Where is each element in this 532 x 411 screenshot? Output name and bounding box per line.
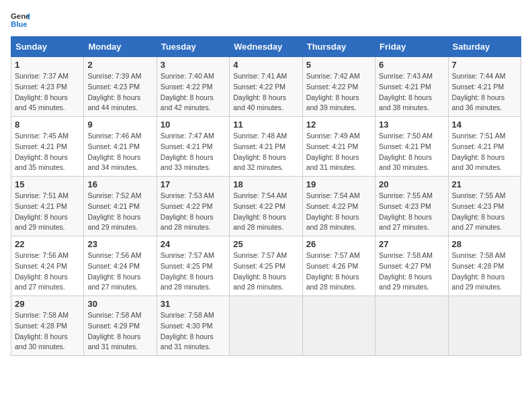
day-number: 30 bbox=[87, 299, 152, 309]
day-number: 2 bbox=[87, 60, 152, 70]
calendar-cell: 26 Sunrise: 7:57 AM Sunset: 4:26 PM Dayl… bbox=[302, 236, 375, 296]
calendar-cell: 16 Sunrise: 7:52 AM Sunset: 4:21 PM Dayl… bbox=[84, 177, 157, 236]
calendar-cell: 10 Sunrise: 7:47 AM Sunset: 4:21 PM Dayl… bbox=[157, 117, 229, 177]
day-info: Sunrise: 7:42 AM Sunset: 4:22 PM Dayligh… bbox=[306, 71, 371, 113]
day-info: Sunrise: 7:58 AM Sunset: 4:27 PM Dayligh… bbox=[379, 250, 444, 293]
calendar-cell bbox=[448, 296, 521, 356]
day-number: 19 bbox=[306, 179, 371, 189]
day-info: Sunrise: 7:52 AM Sunset: 4:21 PM Dayligh… bbox=[87, 191, 152, 233]
day-info: Sunrise: 7:53 AM Sunset: 4:22 PM Dayligh… bbox=[161, 191, 226, 233]
weekday-header-thursday: Thursday bbox=[302, 37, 375, 57]
calendar-cell: 7 Sunrise: 7:44 AM Sunset: 4:21 PM Dayli… bbox=[448, 57, 521, 117]
day-info: Sunrise: 7:46 AM Sunset: 4:21 PM Dayligh… bbox=[87, 131, 152, 173]
day-info: Sunrise: 7:51 AM Sunset: 4:21 PM Dayligh… bbox=[452, 131, 517, 173]
day-info: Sunrise: 7:49 AM Sunset: 4:21 PM Dayligh… bbox=[306, 131, 371, 173]
calendar-cell: 1 Sunrise: 7:37 AM Sunset: 4:23 PM Dayli… bbox=[11, 57, 84, 117]
day-info: Sunrise: 7:51 AM Sunset: 4:21 PM Dayligh… bbox=[15, 191, 80, 233]
day-number: 9 bbox=[87, 120, 152, 130]
day-info: Sunrise: 7:58 AM Sunset: 4:28 PM Dayligh… bbox=[452, 250, 517, 293]
day-number: 4 bbox=[233, 60, 298, 70]
day-info: Sunrise: 7:56 AM Sunset: 4:24 PM Dayligh… bbox=[87, 250, 152, 293]
calendar-cell: 11 Sunrise: 7:48 AM Sunset: 4:21 PM Dayl… bbox=[230, 117, 302, 177]
weekday-header-saturday: Saturday bbox=[448, 37, 521, 57]
calendar-cell: 6 Sunrise: 7:43 AM Sunset: 4:21 PM Dayli… bbox=[375, 57, 448, 117]
weekday-header-friday: Friday bbox=[375, 37, 448, 57]
logo: General Blue bbox=[11, 11, 30, 30]
day-info: Sunrise: 7:45 AM Sunset: 4:21 PM Dayligh… bbox=[15, 131, 80, 173]
day-info: Sunrise: 7:44 AM Sunset: 4:21 PM Dayligh… bbox=[452, 71, 517, 113]
day-number: 21 bbox=[452, 179, 517, 189]
logo-icon: General Blue bbox=[11, 11, 30, 30]
calendar-cell bbox=[302, 296, 375, 356]
day-number: 8 bbox=[15, 120, 80, 130]
calendar-cell: 22 Sunrise: 7:56 AM Sunset: 4:24 PM Dayl… bbox=[11, 236, 84, 296]
calendar-cell: 18 Sunrise: 7:54 AM Sunset: 4:22 PM Dayl… bbox=[230, 177, 302, 236]
calendar-cell: 2 Sunrise: 7:39 AM Sunset: 4:23 PM Dayli… bbox=[84, 57, 157, 117]
calendar-cell: 4 Sunrise: 7:41 AM Sunset: 4:22 PM Dayli… bbox=[230, 57, 302, 117]
calendar-cell: 5 Sunrise: 7:42 AM Sunset: 4:22 PM Dayli… bbox=[302, 57, 375, 117]
day-number: 22 bbox=[15, 239, 80, 249]
calendar-table: SundayMondayTuesdayWednesdayThursdayFrid… bbox=[11, 36, 521, 356]
day-number: 28 bbox=[452, 239, 517, 249]
weekday-header-monday: Monday bbox=[84, 37, 157, 57]
day-number: 16 bbox=[87, 179, 152, 189]
day-number: 1 bbox=[15, 60, 80, 70]
page-header: General Blue bbox=[11, 11, 521, 30]
day-number: 3 bbox=[161, 60, 226, 70]
day-number: 29 bbox=[15, 299, 80, 309]
calendar-cell: 28 Sunrise: 7:58 AM Sunset: 4:28 PM Dayl… bbox=[448, 236, 521, 296]
day-info: Sunrise: 7:57 AM Sunset: 4:26 PM Dayligh… bbox=[306, 250, 371, 293]
day-number: 12 bbox=[306, 120, 371, 130]
calendar-cell: 12 Sunrise: 7:49 AM Sunset: 4:21 PM Dayl… bbox=[302, 117, 375, 177]
calendar-cell: 17 Sunrise: 7:53 AM Sunset: 4:22 PM Dayl… bbox=[157, 177, 229, 236]
calendar-cell: 13 Sunrise: 7:50 AM Sunset: 4:21 PM Dayl… bbox=[375, 117, 448, 177]
calendar-cell: 9 Sunrise: 7:46 AM Sunset: 4:21 PM Dayli… bbox=[84, 117, 157, 177]
weekday-header-tuesday: Tuesday bbox=[157, 37, 229, 57]
day-number: 14 bbox=[452, 120, 517, 130]
day-info: Sunrise: 7:48 AM Sunset: 4:21 PM Dayligh… bbox=[233, 131, 298, 173]
day-info: Sunrise: 7:58 AM Sunset: 4:30 PM Dayligh… bbox=[161, 310, 226, 353]
calendar-cell: 19 Sunrise: 7:54 AM Sunset: 4:22 PM Dayl… bbox=[302, 177, 375, 236]
day-info: Sunrise: 7:47 AM Sunset: 4:21 PM Dayligh… bbox=[161, 131, 226, 173]
calendar-cell: 24 Sunrise: 7:57 AM Sunset: 4:25 PM Dayl… bbox=[157, 236, 229, 296]
calendar-cell: 31 Sunrise: 7:58 AM Sunset: 4:30 PM Dayl… bbox=[157, 296, 229, 356]
weekday-header-wednesday: Wednesday bbox=[230, 37, 302, 57]
day-info: Sunrise: 7:41 AM Sunset: 4:22 PM Dayligh… bbox=[233, 71, 298, 113]
day-number: 25 bbox=[233, 239, 298, 249]
calendar-cell: 29 Sunrise: 7:58 AM Sunset: 4:28 PM Dayl… bbox=[11, 296, 84, 356]
day-number: 26 bbox=[306, 239, 371, 249]
calendar-cell: 15 Sunrise: 7:51 AM Sunset: 4:21 PM Dayl… bbox=[11, 177, 84, 236]
svg-text:General: General bbox=[11, 12, 30, 20]
calendar-cell: 20 Sunrise: 7:55 AM Sunset: 4:23 PM Dayl… bbox=[375, 177, 448, 236]
day-number: 27 bbox=[379, 239, 444, 249]
day-info: Sunrise: 7:39 AM Sunset: 4:23 PM Dayligh… bbox=[87, 71, 152, 113]
day-info: Sunrise: 7:55 AM Sunset: 4:23 PM Dayligh… bbox=[379, 191, 444, 233]
day-number: 18 bbox=[233, 179, 298, 189]
day-info: Sunrise: 7:54 AM Sunset: 4:22 PM Dayligh… bbox=[233, 191, 298, 233]
svg-text:Blue: Blue bbox=[11, 20, 28, 28]
day-number: 5 bbox=[306, 60, 371, 70]
day-info: Sunrise: 7:57 AM Sunset: 4:25 PM Dayligh… bbox=[161, 250, 226, 293]
calendar-cell: 3 Sunrise: 7:40 AM Sunset: 4:22 PM Dayli… bbox=[157, 57, 229, 117]
day-number: 6 bbox=[379, 60, 444, 70]
day-number: 7 bbox=[452, 60, 517, 70]
calendar-cell: 8 Sunrise: 7:45 AM Sunset: 4:21 PM Dayli… bbox=[11, 117, 84, 177]
day-info: Sunrise: 7:58 AM Sunset: 4:29 PM Dayligh… bbox=[87, 310, 152, 353]
calendar-cell bbox=[230, 296, 302, 356]
day-number: 31 bbox=[161, 299, 226, 309]
calendar-cell: 25 Sunrise: 7:57 AM Sunset: 4:25 PM Dayl… bbox=[230, 236, 302, 296]
day-info: Sunrise: 7:54 AM Sunset: 4:22 PM Dayligh… bbox=[306, 191, 371, 233]
calendar-cell bbox=[375, 296, 448, 356]
day-info: Sunrise: 7:37 AM Sunset: 4:23 PM Dayligh… bbox=[15, 71, 80, 113]
day-number: 15 bbox=[15, 179, 80, 189]
calendar-cell: 23 Sunrise: 7:56 AM Sunset: 4:24 PM Dayl… bbox=[84, 236, 157, 296]
calendar-cell: 21 Sunrise: 7:55 AM Sunset: 4:23 PM Dayl… bbox=[448, 177, 521, 236]
day-number: 11 bbox=[233, 120, 298, 130]
day-number: 17 bbox=[161, 179, 226, 189]
calendar-cell: 30 Sunrise: 7:58 AM Sunset: 4:29 PM Dayl… bbox=[84, 296, 157, 356]
day-info: Sunrise: 7:57 AM Sunset: 4:25 PM Dayligh… bbox=[233, 250, 298, 293]
day-info: Sunrise: 7:58 AM Sunset: 4:28 PM Dayligh… bbox=[15, 310, 80, 353]
day-info: Sunrise: 7:55 AM Sunset: 4:23 PM Dayligh… bbox=[452, 191, 517, 233]
weekday-header-sunday: Sunday bbox=[11, 37, 84, 57]
day-info: Sunrise: 7:40 AM Sunset: 4:22 PM Dayligh… bbox=[161, 71, 226, 113]
